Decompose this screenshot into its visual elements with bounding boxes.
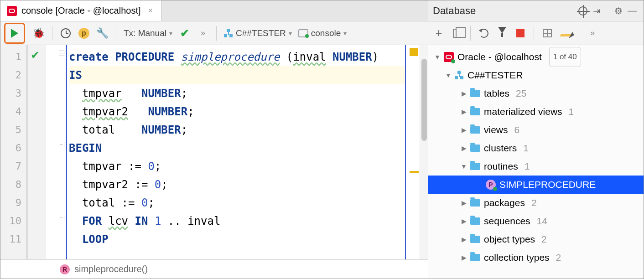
db-toolbar: + <box>428 21 644 45</box>
console-toolbar: 🐞 p 🔧 Tx: Manual ▾ ✔ C##TESTER ▾ console… <box>0 21 428 45</box>
duplicate-button[interactable] <box>449 25 465 41</box>
tree-routine[interactable]: P SIMPLEPROCEDURE <box>428 176 644 194</box>
routine-icon: R <box>60 264 70 274</box>
warning-marker[interactable] <box>410 171 419 173</box>
collapse-all-button[interactable]: ⇥ <box>590 5 603 16</box>
chevron-down-icon: ▾ <box>343 30 347 37</box>
tx-mode-dropdown[interactable]: Tx: Manual ▾ <box>122 25 174 41</box>
chevron-right-icon[interactable]: ▶ <box>461 139 467 157</box>
count-badge: 1 of 40 <box>549 47 581 67</box>
count-label: 2 <box>556 248 561 267</box>
folder-icon <box>470 163 480 170</box>
scrollbar[interactable] <box>420 45 428 259</box>
hide-panel-button[interactable]: — <box>625 5 639 16</box>
count-label: 2 <box>541 230 547 248</box>
refresh-icon <box>479 29 488 38</box>
tree-schema[interactable]: ▼ C##TESTER <box>428 66 644 84</box>
stop-button[interactable] <box>513 25 528 41</box>
refresh-button[interactable] <box>476 25 492 41</box>
edit-button[interactable] <box>558 25 573 41</box>
clock-icon <box>61 28 71 38</box>
run-button[interactable] <box>4 23 25 44</box>
tree-folder[interactable]: ▶ clusters 1 <box>428 139 644 157</box>
chevron-right-icon[interactable]: ▶ <box>461 194 467 212</box>
datasource-label: Oracle - @localhost <box>457 48 542 66</box>
tree-folder[interactable]: ▶ tables 25 <box>428 84 644 103</box>
fold-toggle[interactable]: − <box>59 142 64 147</box>
wrench-icon: 🔧 <box>96 27 109 39</box>
breadcrumb-label[interactable]: simpleprocedure() <box>74 264 148 274</box>
schema-dropdown[interactable]: C##TESTER ▾ <box>222 25 294 41</box>
fold-column[interactable]: − − − <box>46 45 66 259</box>
count-label: 6 <box>514 121 520 139</box>
chevron-down-icon[interactable]: ▼ <box>446 66 451 84</box>
copy-icon <box>453 29 461 38</box>
schema-label: C##TESTER <box>236 28 286 38</box>
db-panel-header: Database ⇥ ⚙ — <box>428 0 644 21</box>
folder-icon <box>470 254 480 261</box>
commit-button[interactable]: ✔ <box>177 25 192 41</box>
count-label: 14 <box>537 212 547 230</box>
scroll-from-source-button[interactable] <box>576 6 590 16</box>
count-label: 25 <box>516 84 526 103</box>
folder-label: tables <box>484 84 509 103</box>
db-tree[interactable]: ▼ Oracle - @localhost 1 of 40▼ C##TESTER… <box>428 45 644 279</box>
settings-button[interactable]: 🔧 <box>94 25 110 41</box>
gear-icon[interactable]: ⚙ <box>612 5 625 16</box>
chevron-right-icon[interactable]: ▶ <box>461 121 467 139</box>
error-stripe[interactable] <box>406 45 420 259</box>
line-gutter: 1234567891011 <box>0 45 28 259</box>
procedure-button[interactable]: p <box>76 25 92 41</box>
code-area[interactable]: create PROCEDURE simpleprocedure (inval … <box>66 45 406 259</box>
more-tx-button[interactable] <box>195 25 211 41</box>
editor-tab[interactable]: console [Oracle - @localhost] × <box>0 0 161 21</box>
fold-toggle[interactable]: − <box>59 215 64 220</box>
folder-label: materialized views <box>484 103 562 121</box>
check-icon: ✔ <box>180 27 189 40</box>
chevron-right-icon[interactable]: ▶ <box>461 103 467 121</box>
folder-icon <box>470 236 480 243</box>
folder-label: object types <box>484 230 535 248</box>
new-button[interactable]: + <box>431 25 447 41</box>
table-view-button[interactable] <box>540 25 555 41</box>
oracle-icon <box>444 52 454 62</box>
fold-toggle[interactable]: − <box>59 51 64 56</box>
tree-folder[interactable]: ▶ packages 2 <box>428 194 644 212</box>
tree-folder[interactable]: ▶ collection types 2 <box>428 248 644 267</box>
tree-folder[interactable]: ▼ routines 1 <box>428 157 644 176</box>
count-label: 1 <box>525 157 530 176</box>
more-button[interactable] <box>585 25 600 41</box>
chevron-right-icon[interactable]: ▶ <box>461 230 467 248</box>
console-dropdown[interactable]: console ▾ <box>296 25 349 41</box>
tree-datasource[interactable]: ▼ Oracle - @localhost 1 of 40 <box>428 48 644 66</box>
gutter-icons: ✔ <box>28 45 46 259</box>
code-editor[interactable]: 1234567891011 ✔ − − − create PROCEDURE s… <box>0 45 428 259</box>
chevron-down-icon[interactable]: ▼ <box>461 157 467 176</box>
schema-icon <box>224 29 233 38</box>
tree-folder[interactable]: ▶ materialized views 1 <box>428 103 644 121</box>
scroll-thumb[interactable] <box>421 59 427 141</box>
chevron-right-icon[interactable]: ▶ <box>461 248 467 267</box>
folder-label: packages <box>484 194 525 212</box>
folder-icon <box>470 199 480 207</box>
debug-button[interactable]: 🐞 <box>31 25 47 41</box>
warning-marker[interactable] <box>410 48 418 56</box>
tx-label: Tx: Manual <box>124 28 166 38</box>
folder-label: clusters <box>484 139 517 157</box>
chevron-right-icon[interactable]: ▶ <box>461 212 467 230</box>
folder-label: sequences <box>484 212 530 230</box>
tree-folder[interactable]: ▶ sequences 14 <box>428 212 644 230</box>
history-button[interactable] <box>58 25 73 41</box>
console-icon <box>298 29 308 37</box>
tree-folder[interactable]: ▶ views 6 <box>428 121 644 139</box>
chevron-right-icon[interactable]: ▶ <box>461 84 467 103</box>
db-title: Database <box>433 5 476 17</box>
target-icon <box>578 6 587 16</box>
chevron-down-icon[interactable]: ▼ <box>435 48 440 66</box>
tree-folder[interactable]: ▶ object types 2 <box>428 230 644 248</box>
filter-button[interactable] <box>494 25 510 41</box>
folder-label: views <box>484 121 508 139</box>
close-icon[interactable]: × <box>148 6 153 16</box>
procedure-icon: P <box>486 180 496 190</box>
pen-icon <box>560 34 571 36</box>
